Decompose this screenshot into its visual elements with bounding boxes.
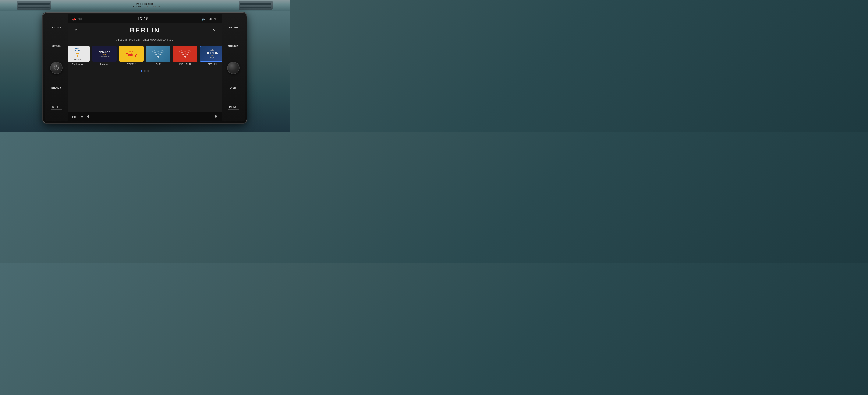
next-station-button[interactable]: > xyxy=(210,27,217,34)
airbag-icon2: ◎ xyxy=(158,5,160,8)
antenne-sub: BRANDENBURG xyxy=(99,56,111,57)
dkultur-svg xyxy=(179,49,192,59)
station-header: < BERLIN > xyxy=(68,23,221,37)
sound-button[interactable]: SOUND xyxy=(222,43,245,51)
airbag-off-label: OFF xyxy=(145,5,148,8)
station-label-berlin: BERLIN xyxy=(208,63,217,66)
station-logo-antenne: antenne rbb BRANDENBURG xyxy=(92,46,117,62)
infotainment-inner: RADIO MEDIA PHONE MUTE xyxy=(45,15,245,121)
station-info: Alles zum Programm unter www.radioberlin… xyxy=(68,37,221,44)
vent-right xyxy=(239,1,273,9)
drive-profile: Sport xyxy=(78,17,84,20)
svg-rect-4 xyxy=(89,116,89,117)
equalizer-button[interactable] xyxy=(87,115,91,119)
station-tile-antenne[interactable]: antenne rbb BRANDENBURG Antennb xyxy=(92,46,117,66)
station-label-funkhaus: Funkhaus xyxy=(72,63,83,66)
svg-rect-3 xyxy=(88,115,89,118)
funkhaus-text: FUNKHAUS xyxy=(75,48,80,52)
car-profile-icon: 🚗 xyxy=(72,17,76,21)
antenne-rbb: rbb xyxy=(103,54,106,56)
funkhaus-number: 7 xyxy=(76,52,79,59)
prev-station-button[interactable]: < xyxy=(72,27,79,34)
dlf-svg xyxy=(152,49,165,59)
station-logo-teddy: RADIO Teddy xyxy=(119,46,144,62)
teddy-main: Teddy xyxy=(126,53,137,57)
svg-rect-5 xyxy=(90,115,90,117)
temperature-display: 20.5°C xyxy=(209,18,217,21)
volume-knob[interactable] xyxy=(227,62,240,74)
infotainment-screen: 🚗 Sport 13:15 🔈 20.5°C < BERLIN > xyxy=(68,15,221,121)
pagination-dot-2[interactable] xyxy=(144,70,146,72)
mute-button[interactable]: MUTE xyxy=(45,104,68,111)
menu-button[interactable]: MENU xyxy=(222,104,245,111)
power-knob[interactable] xyxy=(50,62,63,74)
station-name: BERLIN xyxy=(79,26,210,34)
status-time: 13:15 xyxy=(137,17,149,21)
setup-button[interactable]: SETUP xyxy=(222,24,245,32)
station-label-antenne: Antennb xyxy=(100,63,109,66)
station-tile-funkhaus[interactable]: FUNKHAUS 7 EUROPA Funkhaus xyxy=(68,46,90,66)
station-label-teddy: TEDDY xyxy=(127,63,136,66)
right-button-panel: SETUP SOUND CAR MENU xyxy=(221,15,245,121)
airbag-label2: AIR BAG xyxy=(130,5,142,8)
berlin-logo-text: radio BERLIN rbb 88,8 xyxy=(206,49,219,59)
car-button[interactable]: CAR xyxy=(222,85,245,93)
station-logo-dkultur xyxy=(173,46,197,62)
station-label-dkultur: DKULTUR xyxy=(179,63,191,66)
pagination-dot-1[interactable] xyxy=(141,70,142,72)
station-grid: FUNKHAUS 7 EUROPA Funkhaus antenne rbb B… xyxy=(68,44,221,68)
svg-rect-2 xyxy=(87,116,88,117)
bottom-toolbar: FM ≡ ⚙ xyxy=(68,112,221,121)
airbag-label: PASSENGER xyxy=(136,3,153,5)
list-view-button[interactable]: ≡ xyxy=(81,115,83,119)
station-tile-berlin[interactable]: radio BERLIN rbb 88,8 BERLIN xyxy=(200,46,221,66)
volume-icon: 🔈 xyxy=(202,17,206,21)
station-logo-funkhaus: FUNKHAUS 7 EUROPA xyxy=(68,46,90,62)
radio-button[interactable]: RADIO xyxy=(45,24,68,32)
phone-button[interactable]: PHONE xyxy=(45,85,68,93)
status-bar: 🚗 Sport 13:15 🔈 20.5°C xyxy=(68,15,221,23)
power-icon xyxy=(54,65,59,70)
station-logo-berlin: radio BERLIN rbb 88,8 xyxy=(200,46,221,62)
teddy-radio: RADIO xyxy=(129,51,134,53)
station-logo-dlf xyxy=(146,46,170,62)
svg-rect-6 xyxy=(91,116,91,117)
top-dashboard-strip: PASSENGER AIR BAG OFF ✕ ON ◎ xyxy=(0,0,289,10)
station-description: Alles zum Programm unter www.radioberlin… xyxy=(116,38,173,41)
airbag-on-label: ON xyxy=(153,5,156,8)
antenne-main: antenne xyxy=(99,50,110,54)
station-label-dlf: DLF xyxy=(156,63,161,66)
status-right: 🔈 20.5°C xyxy=(202,17,217,21)
airbag-controls: OFF ✕ ON ◎ xyxy=(145,5,160,8)
fm-button[interactable]: FM xyxy=(72,115,77,118)
svg-point-0 xyxy=(157,56,159,58)
pagination-dot-3[interactable] xyxy=(147,70,149,72)
media-button[interactable]: MEDIA xyxy=(45,43,68,51)
status-left: 🚗 Sport xyxy=(72,17,84,21)
station-tile-dlf[interactable]: DLF xyxy=(146,46,170,66)
pagination xyxy=(68,68,221,75)
main-content: < BERLIN > Alles zum Programm unter www.… xyxy=(68,23,221,112)
equalizer-icon xyxy=(87,115,91,118)
left-button-panel: RADIO MEDIA PHONE MUTE xyxy=(45,15,68,121)
funkhaus-sub: EUROPA xyxy=(74,59,81,60)
infotainment-unit: RADIO MEDIA PHONE MUTE xyxy=(43,13,247,123)
vent-left xyxy=(17,1,51,9)
settings-button[interactable]: ⚙ xyxy=(214,114,217,119)
station-tile-dkultur[interactable]: DKULTUR xyxy=(173,46,197,66)
airbag-icon1: ✕ xyxy=(150,5,152,8)
svg-point-1 xyxy=(184,56,186,58)
station-tile-teddy[interactable]: RADIO Teddy TEDDY xyxy=(119,46,144,66)
